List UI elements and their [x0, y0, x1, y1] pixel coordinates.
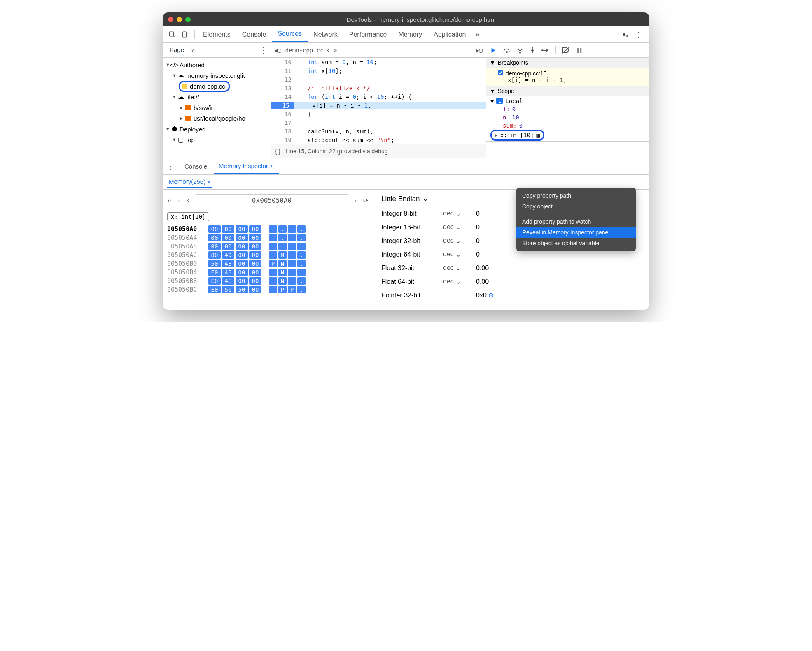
pretty-print-icon[interactable]: { } [275, 148, 280, 155]
refresh-icon[interactable]: ⟳ [363, 197, 369, 204]
scope-var-x[interactable]: ▶ x: int[10] ▦ [490, 130, 544, 141]
tree-domain[interactable]: ▼☁memory-inspector.glit [163, 70, 271, 81]
kebab-icon[interactable]: ⋮ [260, 46, 267, 55]
redo-icon[interactable]: ↷ [177, 197, 180, 204]
scope-var[interactable]: sum:0 [486, 122, 649, 130]
tab-performance[interactable]: Performance [343, 26, 393, 42]
tab-elements[interactable]: Elements [197, 26, 236, 42]
format-select[interactable]: dec⌄ [443, 251, 476, 258]
chevron-down-icon[interactable]: ⌄ [455, 264, 461, 272]
more-icon[interactable]: » [334, 47, 337, 54]
step-into-icon[interactable] [517, 47, 523, 54]
bp-checkbox[interactable] [498, 70, 503, 75]
more-icon[interactable]: » [187, 47, 199, 54]
tab-memory[interactable]: Memory [392, 26, 428, 42]
next-icon[interactable]: › [354, 197, 357, 204]
code-line[interactable]: 18 calcSum(x, n, sum); [271, 127, 486, 136]
scope-var[interactable]: n:10 [486, 113, 649, 122]
kebab-icon[interactable]: ⋮ [632, 30, 645, 40]
code-line[interactable]: 11 int x[10]; [271, 66, 486, 75]
chevron-down-icon[interactable]: ⌄ [455, 237, 461, 245]
inspect-icon[interactable] [167, 30, 177, 40]
deactivate-bp-icon[interactable] [562, 47, 570, 54]
chevron-down-icon[interactable]: ⌄ [455, 278, 461, 286]
editor-tab[interactable]: demo-cpp.cc× [285, 47, 329, 54]
pause-exceptions-icon[interactable] [576, 47, 583, 54]
tree-folder-1[interactable]: ▶b/s/w/ir [163, 102, 271, 113]
memory-row[interactable]: 005050B4E04E0000.N.. [167, 269, 369, 276]
undo-icon[interactable]: ↶ [167, 197, 171, 204]
menu-item[interactable]: Reveal in Memory Inspector panel [516, 227, 636, 238]
menu-item[interactable]: Copy property path [516, 190, 636, 201]
code-line[interactable]: 16 } [271, 110, 486, 118]
tree-deployed[interactable]: ▼⬢Deployed [163, 124, 271, 134]
scope-header[interactable]: ▼Scope [486, 86, 649, 96]
prev-icon[interactable]: ‹ [186, 197, 190, 204]
step-out-icon[interactable] [529, 47, 536, 54]
breakpoints-header[interactable]: ▼Breakpoints [486, 58, 649, 68]
memory-row[interactable]: 005050A800000000.... [167, 243, 369, 250]
format-select[interactable]: dec⌄ [443, 210, 476, 218]
step-over-icon[interactable] [503, 47, 511, 54]
kebab-icon[interactable]: ⋮ [167, 162, 178, 171]
chevron-down-icon[interactable]: ⌄ [455, 210, 461, 218]
menu-item[interactable]: Add property path to watch [516, 216, 636, 227]
step-icon[interactable] [541, 47, 550, 54]
gear-icon[interactable] [620, 30, 628, 39]
code-line[interactable]: 13 /* initialize x */ [271, 84, 486, 92]
code-line[interactable]: 15 x[i] = n - i - 1; [271, 101, 486, 110]
tree-top[interactable]: ▼▢top [163, 134, 271, 145]
memory-icon[interactable]: ▦ [537, 132, 540, 138]
code-line[interactable]: 10 int sum = 0, n = 10; [271, 58, 486, 66]
code-line[interactable]: 17 [271, 118, 486, 127]
chevron-down-icon[interactable]: ⌄ [455, 223, 461, 231]
memory-object-tag[interactable]: x: int[10] [167, 212, 209, 221]
tab-application[interactable]: Application [428, 26, 471, 42]
format-select[interactable]: dec⌄ [443, 264, 476, 272]
code-line[interactable]: 12 [271, 75, 486, 84]
zoom-icon[interactable] [185, 17, 191, 22]
close-icon[interactable] [168, 17, 173, 22]
chevron-down-icon[interactable]: ⌄ [455, 251, 461, 258]
nav-back-icon[interactable]: ◀▢ [274, 47, 281, 54]
tab-console[interactable]: Console [236, 26, 272, 42]
format-select[interactable]: dec⌄ [443, 278, 476, 286]
code-line[interactable]: 19 std::cout << sum << "\n"; [271, 136, 486, 144]
run-icon[interactable]: ▶▢ [476, 47, 483, 54]
tab-network[interactable]: Network [308, 26, 343, 42]
address-input[interactable]: 0x005050A0 [196, 194, 348, 206]
memory-row[interactable]: 005050BCE0505000.PP. [167, 286, 369, 293]
tab-memory-inspector[interactable]: Memory Inspector× [214, 159, 279, 174]
scope-var[interactable]: i:0 [486, 105, 649, 113]
close-icon[interactable]: × [271, 162, 274, 169]
memory-row[interactable]: 005050A400000000.... [167, 234, 369, 241]
tree-file-scheme[interactable]: ▼☁file:// [163, 91, 271, 102]
format-select[interactable]: dec⌄ [443, 223, 476, 231]
scope-local[interactable]: ▼LLocal [486, 97, 649, 105]
svg-point-3 [519, 52, 521, 54]
menu-item[interactable]: Store object as global variable [516, 238, 636, 248]
code-line[interactable]: 14 for (int i = 0; i < 10; ++i) { [271, 92, 486, 101]
code-body[interactable]: 10 int sum = 0, n = 10;11 int x[10];1213… [271, 58, 486, 144]
resume-icon[interactable] [490, 47, 497, 54]
format-select[interactable]: dec⌄ [443, 237, 476, 245]
close-icon[interactable]: × [326, 47, 329, 54]
editor-status: { } Line 15, Column 22 (provided via deb… [271, 144, 486, 158]
more-tabs-icon[interactable]: » [471, 31, 483, 38]
menu-item[interactable]: Copy object [516, 201, 636, 212]
memory-row[interactable]: 005050B8E04E0000.N.. [167, 277, 369, 285]
svg-point-4 [532, 47, 533, 49]
device-icon[interactable] [180, 30, 189, 40]
breakpoint-item[interactable]: demo-cpp.cc:15 x[i] = n - i - 1; [486, 68, 649, 86]
memory-row[interactable]: 005050AC804D0000.M.. [167, 251, 369, 259]
memory-tab[interactable]: Memory(256) × [167, 176, 212, 188]
minimize-icon[interactable] [177, 17, 182, 22]
memory-row[interactable]: 005050A000000000.... [167, 225, 369, 233]
tree-file-demo-cpp[interactable]: demo-cpp.cc [163, 81, 271, 91]
tree-authored[interactable]: ▼</>Authored [163, 59, 271, 70]
tree-folder-2[interactable]: ▶usr/local/google/ho [163, 113, 271, 124]
memory-row[interactable]: 005050B0504E0000PN.. [167, 260, 369, 267]
tab-sources[interactable]: Sources [272, 26, 308, 42]
page-tab[interactable]: Page [166, 44, 187, 56]
tab-console[interactable]: Console [180, 159, 212, 173]
